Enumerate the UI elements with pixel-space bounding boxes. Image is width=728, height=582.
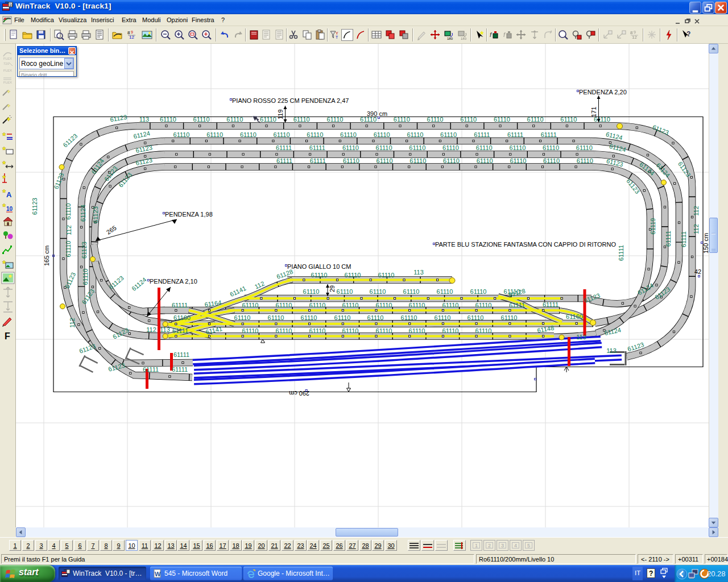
svg-text:61110: 61110: [437, 288, 453, 295]
svg-text:61110: 61110: [374, 131, 390, 138]
svg-text:FLEX: FLEX: [3, 81, 12, 84]
svg-text:61110: 61110: [376, 327, 392, 334]
svg-text:171: 171: [590, 107, 597, 117]
svg-text:61111: 61111: [310, 157, 326, 164]
svg-text:61110: 61110: [293, 116, 310, 123]
svg-text:390 cm: 390 cm: [367, 110, 387, 117]
svg-text:61110: 61110: [242, 302, 259, 309]
svg-text:61160: 61160: [566, 313, 583, 320]
svg-text:61110: 61110: [378, 272, 395, 278]
svg-text:61123: 61123: [78, 343, 97, 355]
svg-text:61110: 61110: [475, 302, 492, 309]
svg-text:61111: 61111: [474, 131, 490, 138]
svg-text:61111: 61111: [143, 366, 159, 373]
svg-text:61111: 61111: [172, 302, 188, 309]
svg-text:61110: 61110: [226, 116, 243, 123]
svg-text:61110: 61110: [240, 131, 257, 138]
svg-text:113: 113: [139, 116, 150, 123]
svg-text:61110: 61110: [427, 116, 444, 123]
svg-text:61110: 61110: [342, 144, 359, 151]
svg-text:T: T: [336, 35, 338, 39]
svg-text:61110: 61110: [409, 327, 425, 334]
svg-text:61110: 61110: [342, 327, 359, 334]
svg-text:61110: 61110: [407, 131, 423, 138]
svg-text:42: 42: [694, 268, 701, 275]
svg-text:61123: 61123: [81, 242, 88, 259]
svg-text:61110: 61110: [394, 116, 410, 123]
svg-text:61111: 61111: [665, 231, 672, 247]
svg-text:Y: Y: [336, 31, 338, 35]
svg-text:61111: 61111: [172, 366, 188, 373]
svg-text:61111: 61111: [276, 144, 292, 151]
svg-text:61110: 61110: [242, 327, 259, 334]
svg-text:61110: 61110: [442, 327, 459, 334]
svg-text:61110: 61110: [494, 116, 510, 123]
svg-text:112: 112: [65, 225, 72, 235]
svg-text:61110: 61110: [543, 157, 560, 164]
svg-text:61110: 61110: [468, 314, 484, 321]
svg-text:61110: 61110: [309, 327, 326, 334]
svg-text:61110: 61110: [65, 241, 72, 257]
svg-text:61124: 61124: [80, 205, 86, 222]
svg-text:61111: 61111: [509, 302, 525, 309]
svg-text:61160: 61160: [173, 314, 191, 321]
svg-text:61124: 61124: [133, 130, 151, 140]
svg-text:61124: 61124: [130, 276, 148, 292]
svg-text:61111: 61111: [618, 245, 624, 261]
svg-text:61123: 61123: [107, 275, 125, 290]
svg-text:PENDENZA 2,10: PENDENZA 2,10: [150, 278, 197, 285]
svg-text:61111: 61111: [541, 131, 557, 138]
svg-text:61110: 61110: [440, 131, 457, 138]
svg-text:112: 112: [693, 206, 700, 216]
svg-text:165 cm: 165 cm: [43, 246, 50, 266]
svg-text:61110: 61110: [442, 144, 459, 151]
svg-text:9: 9: [131, 30, 133, 34]
svg-text:180: 180: [447, 37, 453, 40]
svg-text:61110: 61110: [65, 203, 72, 220]
svg-text:61110: 61110: [477, 157, 493, 164]
svg-text:61110: 61110: [82, 269, 89, 285]
svg-text:113: 113: [606, 347, 617, 354]
svg-text:61110: 61110: [443, 157, 460, 164]
svg-text:61110: 61110: [276, 302, 292, 309]
svg-text:f: f: [490, 31, 492, 38]
svg-text:61110: 61110: [376, 144, 392, 151]
svg-text:720: 720: [3, 62, 10, 65]
svg-text:61110: 61110: [442, 302, 459, 309]
svg-text:61110: 61110: [206, 131, 223, 138]
svg-text:61110: 61110: [234, 314, 251, 321]
svg-text:112: 112: [69, 318, 76, 328]
svg-text:61110: 61110: [334, 314, 351, 321]
svg-text:61110: 61110: [276, 327, 292, 334]
svg-text:61123: 61123: [110, 114, 127, 123]
svg-text:61111: 61111: [173, 351, 189, 358]
svg-text:?: ?: [686, 30, 690, 38]
svg-text:61123: 61123: [31, 198, 38, 215]
svg-text:10: 10: [9, 3, 13, 7]
svg-text:61123: 61123: [92, 206, 99, 223]
svg-text:61110: 61110: [401, 314, 417, 321]
svg-text:f: f: [503, 31, 506, 38]
svg-text:61110: 61110: [403, 288, 420, 295]
svg-text:61110: 61110: [370, 288, 386, 295]
svg-text:61110: 61110: [475, 327, 492, 334]
svg-text:61119: 61119: [650, 218, 656, 235]
svg-text:61110: 61110: [509, 144, 526, 151]
svg-text:61110: 61110: [340, 131, 357, 138]
svg-text:61110: 61110: [410, 157, 426, 164]
svg-text:180: 180: [461, 37, 467, 40]
svg-text:F: F: [5, 331, 10, 341]
svg-text:61110: 61110: [577, 157, 593, 164]
svg-text:61110: 61110: [337, 288, 353, 295]
svg-text:9: 9: [634, 30, 636, 34]
svg-text:113: 113: [413, 269, 424, 276]
svg-text:61110: 61110: [476, 144, 493, 151]
svg-text:PARTE BLU STAZIONE FANTASMA CO: PARTE BLU STAZIONE FANTASMA CON CAPPIO D…: [435, 241, 616, 248]
svg-text:112: 112: [693, 224, 700, 234]
svg-text:61111: 61111: [172, 327, 188, 334]
svg-text:61110: 61110: [409, 302, 425, 309]
svg-text:61110: 61110: [345, 272, 361, 278]
svg-text:113: 113: [160, 326, 170, 333]
svg-text:10: 10: [6, 206, 13, 212]
svg-text:61110: 61110: [527, 116, 544, 123]
